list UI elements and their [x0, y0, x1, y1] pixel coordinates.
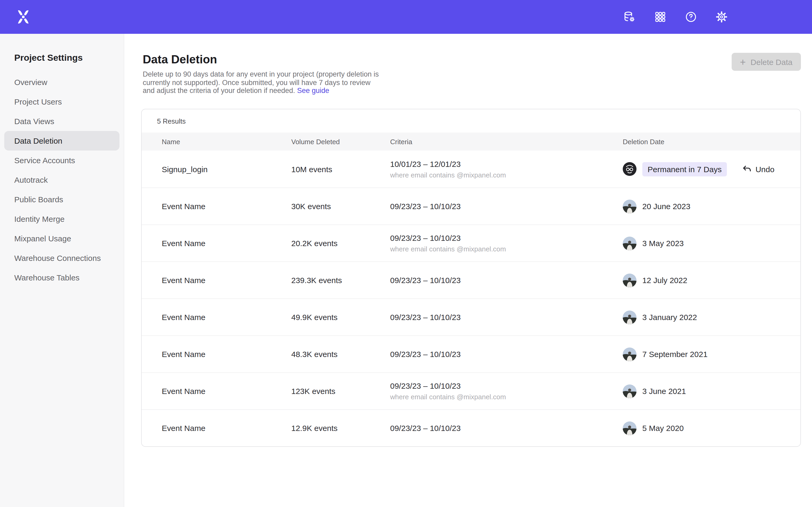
- volume-deleted: 123K events: [291, 387, 336, 396]
- criteria-filter: where email contains @mixpanel.com: [390, 171, 623, 179]
- user-avatar: [623, 310, 637, 324]
- status-badge: Permanent in 7 Days: [642, 162, 727, 176]
- see-guide-link[interactable]: See guide: [297, 87, 329, 95]
- table-header: NameVolume DeletedCriteriaDeletion Date: [142, 132, 800, 151]
- user-avatar: [623, 384, 637, 398]
- sidebar-item-autotrack[interactable]: Autotrack: [0, 170, 124, 189]
- page-title: Data Deletion: [143, 53, 812, 66]
- deletion-date: 3 May 2023: [642, 239, 684, 248]
- sidebar-item-public-boards[interactable]: Public Boards: [0, 189, 124, 209]
- deletion-date: 3 June 2021: [642, 387, 686, 396]
- sidebar-item-warehouse-tables[interactable]: Warehouse Tables: [0, 268, 124, 287]
- deletion-date: 5 May 2020: [642, 424, 684, 433]
- app-window: Project Settings OverviewProject UsersDa…: [0, 0, 812, 507]
- mixpanel-logo-icon[interactable]: [15, 8, 32, 25]
- sidebar: Project Settings OverviewProject UsersDa…: [0, 34, 124, 507]
- criteria-date-range: 09/23/23 – 10/10/23: [390, 381, 623, 390]
- apps-grid-icon[interactable]: [654, 11, 667, 23]
- event-name: Event Name: [162, 276, 205, 285]
- sidebar-item-identity-merge[interactable]: Identity Merge: [0, 209, 124, 229]
- column-header-deletion-date: Deletion Date: [623, 137, 790, 146]
- table-row: Event Name123K events09/23/23 – 10/10/23…: [142, 372, 800, 409]
- page-description: Delete up to 90 days data for any event …: [143, 70, 382, 95]
- criteria-date-range: 09/23/23 – 10/10/23: [390, 313, 623, 322]
- criteria-filter: where email contains @mixpanel.com: [390, 393, 623, 401]
- sidebar-title: Project Settings: [14, 53, 124, 63]
- delete-data-button[interactable]: + Delete Data: [731, 53, 801, 71]
- criteria-date-range: 09/23/23 – 10/10/23: [390, 424, 623, 433]
- main-content: Data Deletion Delete up to 90 days data …: [124, 34, 812, 507]
- data-management-icon[interactable]: [623, 11, 636, 23]
- column-header-volume-deleted: Volume Deleted: [291, 137, 390, 146]
- event-name: Signup_login: [162, 165, 208, 173]
- user-avatar: [623, 162, 637, 176]
- event-name: Event Name: [162, 387, 205, 396]
- volume-deleted: 10M events: [291, 165, 332, 173]
- event-name: Event Name: [162, 202, 205, 211]
- event-name: Event Name: [162, 350, 205, 358]
- event-name: Event Name: [162, 424, 205, 433]
- criteria-filter: where email contains @mixpanel.com: [390, 245, 623, 253]
- event-name: Event Name: [162, 313, 205, 322]
- deletion-date: 7 September 2021: [642, 350, 708, 358]
- volume-deleted: 12.9K events: [291, 424, 338, 433]
- user-avatar: [623, 273, 637, 287]
- sidebar-item-data-deletion[interactable]: Data Deletion: [4, 131, 119, 151]
- volume-deleted: 239.3K events: [291, 276, 342, 285]
- results-card: 5 Results NameVolume DeletedCriteriaDele…: [141, 109, 801, 447]
- volume-deleted: 30K events: [291, 202, 331, 211]
- plus-icon: +: [740, 57, 746, 67]
- criteria-date-range: 09/23/23 – 10/10/23: [390, 233, 623, 242]
- table-row: Event Name30K events09/23/23 – 10/10/232…: [142, 187, 800, 224]
- event-name: Event Name: [162, 239, 205, 248]
- column-header-criteria: Criteria: [390, 137, 623, 146]
- criteria-date-range: 09/23/23 – 10/10/23: [390, 350, 623, 358]
- help-icon[interactable]: [684, 11, 697, 23]
- volume-deleted: 48.3K events: [291, 350, 338, 358]
- user-avatar: [623, 421, 637, 435]
- table-row: Event Name239.3K events09/23/23 – 10/10/…: [142, 262, 800, 298]
- deletion-date: 12 July 2022: [642, 276, 687, 285]
- column-header-name: Name: [162, 137, 291, 146]
- undo-label: Undo: [755, 165, 774, 173]
- table-row: Event Name49.9K events09/23/23 – 10/10/2…: [142, 298, 800, 335]
- table-row: Event Name20.2K events09/23/23 – 10/10/2…: [142, 224, 800, 262]
- table-body: Signup_login10M events10/01/23 – 12/01/2…: [142, 151, 800, 446]
- deletion-date: 20 June 2023: [642, 202, 691, 211]
- sidebar-item-service-accounts[interactable]: Service Accounts: [0, 151, 124, 170]
- settings-icon[interactable]: [715, 11, 728, 23]
- page-description-text: Delete up to 90 days data for any event …: [143, 70, 379, 95]
- user-avatar: [623, 347, 637, 361]
- table-row: Event Name12.9K events09/23/23 – 10/10/2…: [142, 409, 800, 446]
- table-row: Signup_login10M events10/01/23 – 12/01/2…: [142, 151, 800, 187]
- topbar-icon-group: [623, 11, 728, 23]
- volume-deleted: 49.9K events: [291, 313, 338, 322]
- undo-icon: [742, 165, 752, 173]
- volume-deleted: 20.2K events: [291, 239, 338, 248]
- sidebar-nav: OverviewProject UsersData ViewsData Dele…: [0, 72, 124, 287]
- results-count: 5 Results: [142, 109, 800, 132]
- sidebar-item-data-views[interactable]: Data Views: [0, 111, 124, 131]
- undo-button[interactable]: Undo: [742, 165, 774, 173]
- sidebar-item-warehouse-connections[interactable]: Warehouse Connections: [0, 248, 124, 268]
- user-avatar: [623, 236, 637, 250]
- delete-data-button-label: Delete Data: [751, 57, 793, 66]
- criteria-date-range: 09/23/23 – 10/10/23: [390, 276, 623, 285]
- user-avatar: [623, 200, 637, 213]
- topbar: [0, 0, 812, 34]
- table-row: Event Name48.3K events09/23/23 – 10/10/2…: [142, 335, 800, 372]
- criteria-date-range: 09/23/23 – 10/10/23: [390, 202, 623, 211]
- criteria-date-range: 10/01/23 – 12/01/23: [390, 159, 623, 168]
- sidebar-item-project-users[interactable]: Project Users: [0, 92, 124, 111]
- sidebar-item-mixpanel-usage[interactable]: Mixpanel Usage: [0, 229, 124, 248]
- deletion-date: 3 January 2022: [642, 313, 697, 322]
- sidebar-item-overview[interactable]: Overview: [0, 72, 124, 92]
